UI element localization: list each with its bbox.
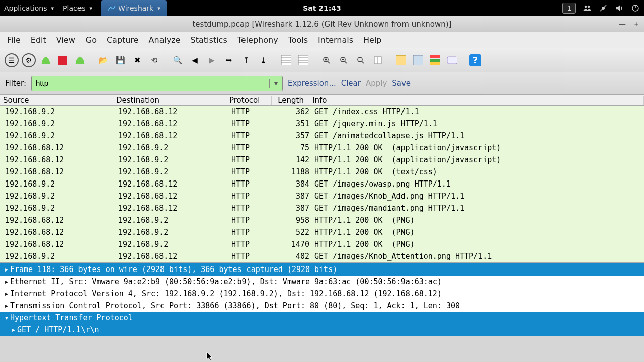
svg-rect-13 <box>430 55 440 58</box>
zoom-in-button[interactable] <box>319 53 334 68</box>
col-info[interactable]: Info <box>309 96 644 105</box>
cell-info: GET /index.css HTTP/1.1 <box>314 107 644 116</box>
menu-places[interactable]: Places <box>63 4 92 12</box>
packet-details[interactable]: ▸Frame 118: 366 bytes on wire (2928 bits… <box>0 263 644 336</box>
interfaces-button[interactable]: ☰ <box>4 53 19 68</box>
window-titlebar[interactable]: testdump.pcap [Wireshark 1.12.6 (Git Rev… <box>0 16 644 32</box>
cell-source: 192.168.9.2 <box>5 107 118 116</box>
volume-icon[interactable] <box>615 4 624 13</box>
cell-destination: 192.168.68.12 <box>118 131 231 140</box>
goto-first-button[interactable]: ⤒ <box>238 53 254 68</box>
tree-ethernet[interactable]: ▸Ethernet II, Src: Vmware_9a:e2:b9 (00:5… <box>0 276 644 288</box>
col-source[interactable]: Source <box>0 96 113 105</box>
minimize-icon[interactable]: — <box>619 20 626 29</box>
tree-tcp[interactable]: ▸Transmission Control Protocol, Src Port… <box>0 300 644 312</box>
filter-dropdown-icon[interactable]: ▾ <box>269 79 282 88</box>
forward-button[interactable]: ▶ <box>204 53 219 68</box>
menubar: File Edit View Go Capture Analyze Statis… <box>0 32 644 48</box>
filter-combo[interactable]: ▾ <box>31 76 283 91</box>
users-icon[interactable] <box>583 4 592 13</box>
packet-row[interactable]: 192.168.9.2192.168.68.12HTTP384GET /imag… <box>0 178 644 190</box>
colorize-button[interactable] <box>279 53 294 68</box>
zoom-reset-button[interactable] <box>353 53 368 68</box>
cell-protocol: HTTP <box>231 167 277 176</box>
capture-filters-button[interactable] <box>393 53 409 68</box>
zoom-out-button[interactable] <box>336 53 351 68</box>
goto-button[interactable]: ➥ <box>221 53 236 68</box>
menu-go[interactable]: Go <box>82 33 101 47</box>
menu-help[interactable]: Help <box>359 33 385 47</box>
resize-columns-button[interactable] <box>370 53 385 68</box>
close-file-button[interactable]: ✖ <box>130 53 145 68</box>
menu-telephony[interactable]: Telephony <box>233 33 282 47</box>
packet-row[interactable]: 192.168.68.12192.168.9.2HTTP1188HTTP/1.1… <box>0 166 644 178</box>
packet-row[interactable]: 192.168.68.12192.168.9.2HTTP1470HTTP/1.1… <box>0 238 644 250</box>
menu-edit[interactable]: Edit <box>27 33 50 47</box>
preferences-button[interactable] <box>445 53 460 68</box>
packet-list[interactable]: Source Destination Protocol Length Info … <box>0 95 644 263</box>
col-protocol[interactable]: Protocol <box>226 96 272 105</box>
packet-row[interactable]: 192.168.9.2192.168.68.12HTTP402GET /imag… <box>0 250 644 262</box>
coloring-rules-button[interactable] <box>428 53 443 68</box>
cell-info: GET /animatedcollapse.js HTTP/1.1 <box>314 131 644 140</box>
menu-file[interactable]: File <box>3 33 25 47</box>
save-button[interactable]: 💾 <box>113 53 128 68</box>
cell-length: 522 <box>277 228 314 237</box>
svg-rect-14 <box>430 59 440 62</box>
svg-point-0 <box>585 6 587 8</box>
cell-source: 192.168.9.2 <box>5 192 118 201</box>
tree-http[interactable]: ▾Hypertext Transfer Protocol <box>0 312 644 324</box>
auto-scroll-button[interactable] <box>296 53 311 68</box>
save-filter-button[interactable]: Save <box>392 79 411 88</box>
packet-row[interactable]: 192.168.9.2192.168.68.12HTTP351GET /jque… <box>0 118 644 130</box>
maximize-icon[interactable]: ＋ <box>633 20 640 29</box>
packet-row[interactable]: 192.168.68.12192.168.9.2HTTP75HTTP/1.1 2… <box>0 142 644 154</box>
tree-frame[interactable]: ▸Frame 118: 366 bytes on wire (2928 bits… <box>0 263 644 276</box>
tree-http-get[interactable]: ▸GET / HTTP/1.1\r\n <box>0 324 644 336</box>
packet-list-header[interactable]: Source Destination Protocol Length Info <box>0 95 644 106</box>
mouse-cursor-icon <box>206 352 214 362</box>
menu-view[interactable]: View <box>52 33 79 47</box>
menu-analyze[interactable]: Analyze <box>145 33 185 47</box>
active-app-indicator[interactable]: Wireshark <box>101 0 167 16</box>
cell-destination: 192.168.9.2 <box>118 216 231 225</box>
help-button[interactable]: ? <box>468 53 483 68</box>
packet-row[interactable]: 192.168.9.2192.168.68.12HTTP357GET /anim… <box>0 130 644 142</box>
workspace-badge[interactable]: 1 <box>562 3 576 14</box>
power-icon[interactable] <box>631 4 640 13</box>
menu-capture[interactable]: Capture <box>103 33 143 47</box>
menu-internals[interactable]: Internals <box>314 33 357 47</box>
packet-row[interactable]: 192.168.68.12192.168.9.2HTTP958HTTP/1.1 … <box>0 214 644 226</box>
packet-row[interactable]: 192.168.68.12192.168.9.2HTTP142HTTP/1.1 … <box>0 154 644 166</box>
back-button[interactable]: ◀ <box>187 53 202 68</box>
cell-info: GET /images/Knob_Attention.png HTTP/1.1 <box>314 252 644 261</box>
expression-button[interactable]: Expression... <box>288 79 336 88</box>
open-button[interactable]: 📂 <box>96 53 111 68</box>
packet-row[interactable]: 192.168.9.2192.168.68.12HTTP387GET /imag… <box>0 190 644 202</box>
topbar-clock: Sat 21:43 <box>303 4 341 12</box>
reload-button[interactable]: ⟲ <box>147 53 162 68</box>
col-destination[interactable]: Destination <box>113 96 226 105</box>
clear-button[interactable]: Clear <box>341 79 361 88</box>
menu-applications[interactable]: Applications <box>4 4 54 12</box>
tree-ip[interactable]: ▸Internet Protocol Version 4, Src: 192.1… <box>0 288 644 300</box>
packet-row[interactable]: 192.168.68.12192.168.9.2HTTP522HTTP/1.1 … <box>0 226 644 238</box>
col-length[interactable]: Length <box>272 96 309 105</box>
filter-input[interactable] <box>32 79 269 87</box>
packet-row[interactable]: 192.168.9.2192.168.68.12HTTP387GET /imag… <box>0 202 644 214</box>
restart-capture-button[interactable] <box>72 53 88 68</box>
options-button[interactable]: ⚙ <box>21 53 36 68</box>
filter-label: Filter: <box>5 79 26 88</box>
stop-capture-button[interactable] <box>55 53 70 68</box>
goto-last-button[interactable]: ⤓ <box>256 53 271 68</box>
packet-row[interactable]: 192.168.9.2192.168.68.12HTTP362GET /inde… <box>0 106 644 118</box>
cell-length: 75 <box>277 143 314 152</box>
menu-tools[interactable]: Tools <box>284 33 312 47</box>
cell-info: HTTP/1.1 200 OK (application/javascript) <box>314 143 644 152</box>
display-filters-button[interactable] <box>411 53 426 68</box>
menu-statistics[interactable]: Statistics <box>187 33 231 47</box>
record-icon[interactable] <box>599 4 608 13</box>
apply-button[interactable]: Apply <box>366 79 387 88</box>
find-button[interactable]: 🔍 <box>170 53 185 68</box>
start-capture-button[interactable] <box>38 53 53 68</box>
